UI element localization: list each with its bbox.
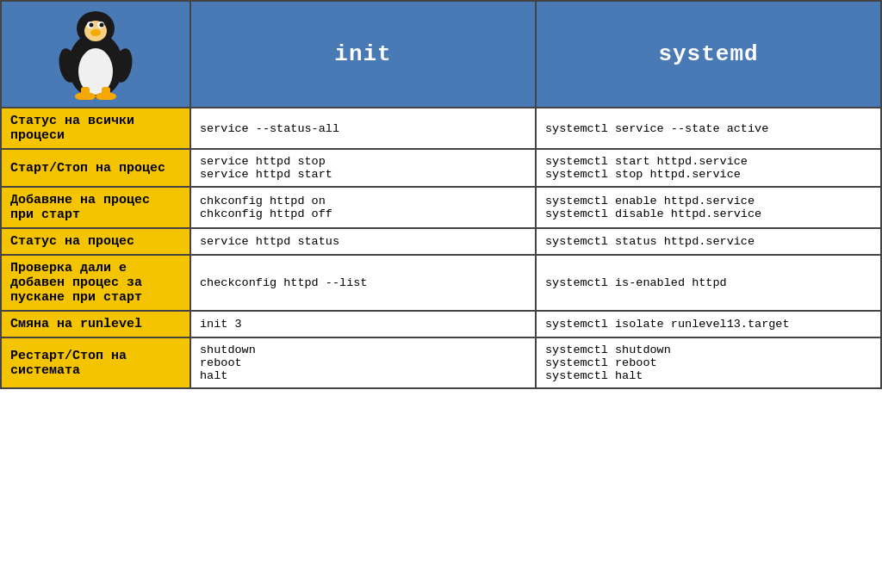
systemd-cmd-2: systemctl enable httpd.service systemctl… bbox=[536, 187, 881, 228]
init-cmd-1: service httpd stop service httpd start bbox=[190, 149, 536, 187]
label-cell-1: Старт/Стоп на процес bbox=[1, 149, 190, 187]
systemd-cmd-0: systemctl service --state active bbox=[536, 108, 881, 149]
label-cell-0: Статус на всички процеси bbox=[1, 108, 190, 149]
systemd-cmd-6: systemctl shutdown systemctl reboot syst… bbox=[536, 337, 881, 388]
systemd-label: systemd bbox=[658, 41, 758, 67]
label-cell-4: Проверка дали е добавен процес за пускан… bbox=[1, 255, 190, 311]
init-cmd-4: checkconfig httpd --list bbox=[190, 255, 536, 311]
label-cell-2: Добавяне на процес при старт bbox=[1, 187, 190, 228]
label-cell-3: Статус на процес bbox=[1, 228, 190, 255]
table-row: Рестарт/Стоп на систематаshutdown reboot… bbox=[1, 337, 881, 388]
label-cell-5: Смяна на runlevel bbox=[1, 311, 190, 337]
label-cell-6: Рестарт/Стоп на системата bbox=[1, 337, 190, 388]
init-cmd-5: init 3 bbox=[190, 311, 536, 337]
init-label: init bbox=[334, 41, 391, 67]
svg-rect-11 bbox=[81, 87, 90, 99]
table-row: Старт/Стоп на процесservice httpd stop s… bbox=[1, 149, 881, 187]
table-row: Статус на процесservice httpd statussyst… bbox=[1, 228, 881, 255]
table-row: Статус на всички процесиservice --status… bbox=[1, 108, 881, 149]
init-cmd-2: chkconfig httpd on chkconfig httpd off bbox=[190, 187, 536, 228]
svg-point-7 bbox=[100, 22, 104, 27]
logo-cell bbox=[1, 1, 190, 108]
systemd-cmd-1: systemctl start httpd.service systemctl … bbox=[536, 149, 881, 187]
penguin-logo bbox=[10, 7, 181, 102]
svg-point-6 bbox=[90, 22, 94, 27]
init-cmd-0: service --status-all bbox=[190, 108, 536, 149]
svg-point-8 bbox=[90, 29, 101, 36]
init-cmd-3: service httpd status bbox=[190, 228, 536, 255]
header-systemd: systemd bbox=[536, 1, 881, 108]
header-init: init bbox=[190, 1, 536, 108]
systemd-cmd-3: systemctl status httpd.service bbox=[536, 228, 881, 255]
table-row: Смяна на runlevelinit 3systemctl isolate… bbox=[1, 311, 881, 337]
table-row: Проверка дали е добавен процес за пускан… bbox=[1, 255, 881, 311]
table-row: Добавяне на процес при стартchkconfig ht… bbox=[1, 187, 881, 228]
systemd-cmd-4: systemctl is-enabled httpd bbox=[536, 255, 881, 311]
systemd-cmd-5: systemctl isolate runlevel13.target bbox=[536, 311, 881, 337]
svg-rect-12 bbox=[102, 87, 110, 99]
init-cmd-6: shutdown reboot halt bbox=[190, 337, 536, 388]
